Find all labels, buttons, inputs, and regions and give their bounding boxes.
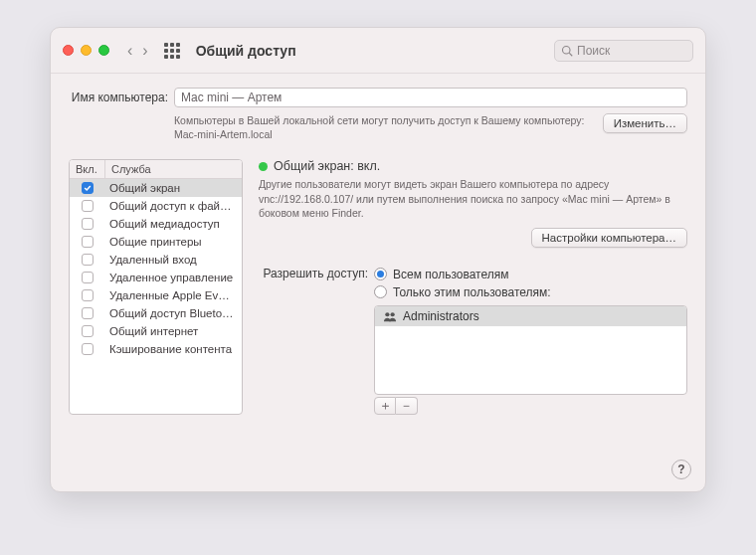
computer-name-hint: Компьютеры в Вашей локальной сети могут … xyxy=(174,113,603,141)
service-label: Удаленный вход xyxy=(105,251,242,269)
back-button[interactable]: ‹ xyxy=(127,42,132,60)
access-label: Разрешить доступ: xyxy=(259,266,368,415)
close-window-button[interactable] xyxy=(63,45,74,56)
svg-point-3 xyxy=(391,312,395,316)
service-label: Общие принтеры xyxy=(105,233,242,251)
search-field[interactable]: Поиск xyxy=(554,40,693,62)
computer-name-input[interactable] xyxy=(174,88,687,107)
user-row[interactable]: Administrators xyxy=(375,306,686,326)
service-row[interactable]: Удаленное управление xyxy=(70,269,242,286)
computer-settings-button[interactable]: Настройки компьютера… xyxy=(531,228,687,248)
service-label: Общий доступ Bluetooth xyxy=(105,304,242,322)
edit-name-button[interactable]: Изменить… xyxy=(603,113,687,133)
service-label: Кэширование контента xyxy=(105,340,242,358)
computer-name-row: Имя компьютера: xyxy=(69,88,687,107)
svg-line-1 xyxy=(569,53,572,56)
search-icon xyxy=(561,45,573,57)
service-checkbox[interactable] xyxy=(82,343,94,355)
service-checkbox[interactable] xyxy=(82,289,94,301)
access-all-radio[interactable]: Всем пользователям xyxy=(374,266,687,283)
zoom-window-button[interactable] xyxy=(98,45,109,56)
service-checkbox[interactable] xyxy=(82,182,94,194)
col-header-service: Служба xyxy=(105,160,242,178)
toolbar: ‹ › Общий доступ Поиск xyxy=(51,28,705,74)
service-row[interactable]: Общий доступ Bluetooth xyxy=(70,304,242,322)
service-detail: Общий экран: вкл. Другие пользователи мо… xyxy=(259,159,687,415)
service-checkbox[interactable] xyxy=(82,200,94,212)
service-label: Общий доступ к файлам xyxy=(105,197,242,215)
nav-buttons: ‹ › xyxy=(127,42,148,60)
service-checkbox[interactable] xyxy=(82,254,94,266)
service-checkbox[interactable] xyxy=(82,218,94,230)
service-row[interactable]: Кэширование контента xyxy=(70,340,242,358)
service-row[interactable]: Удаленные Apple Events xyxy=(70,286,242,304)
service-checkbox[interactable] xyxy=(82,325,94,337)
col-header-on: Вкл. xyxy=(70,160,105,178)
computer-name-label: Имя компьютера: xyxy=(69,91,168,104)
access-section: Разрешить доступ: Всем пользователям Тол… xyxy=(259,266,687,415)
minimize-window-button[interactable] xyxy=(81,45,92,56)
service-row[interactable]: Общий экран xyxy=(70,179,242,197)
service-label: Общий интернет xyxy=(105,322,242,340)
search-placeholder: Поиск xyxy=(577,44,610,58)
content: Имя компьютера: Компьютеры в Вашей локал… xyxy=(51,74,705,429)
radio-icon xyxy=(374,268,387,280)
status-description: Другие пользователи могут видеть экран В… xyxy=(259,177,687,220)
service-checkbox[interactable] xyxy=(82,272,94,283)
service-row[interactable]: Общий доступ к файлам xyxy=(70,197,242,215)
service-label: Общий экран xyxy=(105,179,242,197)
svg-point-0 xyxy=(563,46,571,54)
access-only-label: Только этим пользователям: xyxy=(393,285,551,299)
users-icon xyxy=(383,310,397,322)
forward-button[interactable]: › xyxy=(142,42,147,60)
services-header: Вкл. Служба xyxy=(70,160,242,179)
remove-user-button[interactable]: － xyxy=(396,397,418,415)
access-all-label: Всем пользователям xyxy=(393,268,509,281)
service-label: Удаленные Apple Events xyxy=(105,286,242,304)
status-indicator-icon xyxy=(259,162,268,171)
service-checkbox[interactable] xyxy=(82,307,94,319)
user-name: Administrators xyxy=(403,309,479,323)
service-checkbox[interactable] xyxy=(82,236,94,248)
service-row[interactable]: Общие принтеры xyxy=(70,233,242,251)
user-list[interactable]: Administrators xyxy=(374,305,687,395)
add-remove-buttons: ＋ － xyxy=(374,397,687,415)
radio-icon xyxy=(374,285,387,298)
window: ‹ › Общий доступ Поиск Имя компьютера: К… xyxy=(50,27,706,492)
service-row[interactable]: Общий интернет xyxy=(70,322,242,340)
window-controls xyxy=(63,45,109,56)
service-label: Удаленное управление xyxy=(105,269,242,286)
status-row: Общий экран: вкл. xyxy=(259,159,687,173)
service-row[interactable]: Общий медиадоступ xyxy=(70,215,242,233)
service-row[interactable]: Удаленный вход xyxy=(70,251,242,269)
window-title: Общий доступ xyxy=(196,43,296,59)
status-text: Общий экран: вкл. xyxy=(274,159,380,173)
access-only-radio[interactable]: Только этим пользователям: xyxy=(374,283,687,301)
service-label: Общий медиадоступ xyxy=(105,215,242,233)
services-table: Вкл. Служба Общий экранОбщий доступ к фа… xyxy=(69,159,243,415)
help-button[interactable]: ? xyxy=(671,460,691,479)
svg-point-2 xyxy=(385,312,389,316)
show-all-button[interactable] xyxy=(164,43,180,59)
add-user-button[interactable]: ＋ xyxy=(374,397,396,415)
